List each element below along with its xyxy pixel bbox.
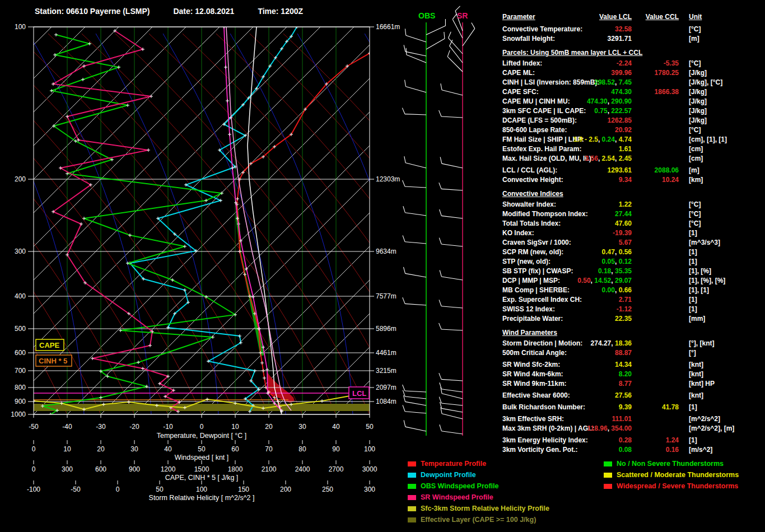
param-value: 274.27 bbox=[591, 339, 612, 347]
param-value: 2.71 bbox=[619, 296, 632, 304]
temperature-tick-label: 10 bbox=[231, 423, 239, 431]
data-point-marker bbox=[50, 89, 53, 92]
table-row: Showalter Index:1.22[°C] bbox=[500, 200, 764, 209]
pressure-tick-label: 900 bbox=[15, 398, 26, 405]
dry-adiabat-line bbox=[0, 34, 34, 414]
param-unit: [°C] bbox=[689, 209, 701, 219]
param-label: CAPE ML: bbox=[502, 68, 535, 78]
sr-column-label: SR bbox=[457, 11, 468, 20]
windspeed-tick-label: 60 bbox=[231, 445, 239, 453]
obs-wind-barb bbox=[426, 39, 445, 49]
table-row: Craven SigSvr / 1000:5.67[m^3/s^3] bbox=[500, 238, 764, 248]
param-value: 0.12 bbox=[619, 258, 632, 265]
param-unit: [J/kg] bbox=[689, 106, 707, 116]
sr-wind-barb bbox=[442, 414, 463, 419]
cape-tick-label: 1200 bbox=[161, 465, 176, 473]
param-unit: [mm] bbox=[689, 314, 705, 324]
param-value: 32.58 bbox=[615, 25, 632, 33]
value-ccl: 1866.38 bbox=[632, 87, 679, 97]
param-value: 7.45 bbox=[619, 78, 632, 86]
table-row: SCP RM (new, old):0.47, 0.56[1] bbox=[500, 248, 764, 257]
value-ccl: 1780.25 bbox=[632, 68, 679, 78]
table-row: 500m Critical Angle:88.87[°] bbox=[500, 348, 764, 358]
sr-wind-barb-feather bbox=[440, 382, 442, 389]
sr-wind-barb-feather bbox=[439, 238, 441, 244]
value-lcl: 118.96, 354.00 bbox=[534, 424, 632, 433]
param-value: 1780.25 bbox=[655, 69, 679, 77]
param-unit: [1], [%], [%] bbox=[689, 276, 725, 286]
windspeed-tick-label: 40 bbox=[164, 445, 172, 453]
table-row: Max. Hail Size (OLD, MU, IL):3.56, 2.54,… bbox=[500, 154, 764, 164]
legend-swatch bbox=[604, 473, 612, 478]
param-unit: [km] bbox=[689, 175, 703, 185]
altitude-label: 3215m bbox=[376, 367, 397, 375]
obs-wind-barb-feather bbox=[405, 80, 406, 87]
obs-wind-barb bbox=[426, 26, 445, 35]
sr-wind-barb bbox=[441, 116, 463, 118]
value-lcl: 14.34 bbox=[534, 360, 632, 370]
table-row: Exp. Supercell Index CH:2.71[1] bbox=[500, 295, 764, 305]
sr-wind-barb-feather bbox=[440, 270, 441, 277]
windspeed-tick-label: 80 bbox=[298, 445, 306, 453]
table-row: 3km Vorticity Gen. Pot.:0.080.16[m/s^2] bbox=[500, 445, 764, 455]
table-row: STP (new, old):0.05, 0.12[1] bbox=[500, 257, 764, 267]
param-value: 474.30 bbox=[611, 88, 632, 96]
obs-wind-barb bbox=[405, 396, 426, 399]
temperature-tick-label: -10 bbox=[163, 423, 173, 431]
obs-wind-barb-feather bbox=[403, 297, 405, 304]
value-lcl: 0.28 bbox=[534, 436, 632, 445]
data-point-marker bbox=[183, 288, 186, 292]
windspeed-tick-label: 0 bbox=[32, 445, 36, 453]
param-value: 27.44 bbox=[615, 210, 632, 218]
param-value: 111.01 bbox=[612, 415, 632, 423]
cape-tick-label: 2400 bbox=[295, 465, 310, 473]
pressure-tick-label: 400 bbox=[15, 292, 26, 300]
dry-adiabat-line bbox=[0, 34, 168, 414]
obs-wind-barb bbox=[405, 402, 426, 405]
param-unit: [m/s^2] bbox=[689, 445, 712, 455]
sr-wind-barb-feather bbox=[439, 110, 441, 116]
value-lcl: 8.77 bbox=[534, 379, 632, 389]
table-row: SR Wind 9km-11km:8.77[knt] HP bbox=[500, 379, 764, 389]
sr-wind-barb bbox=[441, 216, 463, 218]
data-point-marker bbox=[184, 183, 188, 186]
data-point-marker bbox=[54, 33, 58, 36]
obs-wind-barb bbox=[405, 186, 426, 188]
param-value: 118.96 bbox=[587, 424, 608, 432]
value-lcl: 111.01 bbox=[534, 414, 632, 424]
value-lcl: 5.67 bbox=[534, 238, 632, 248]
param-value: 2.54 bbox=[602, 155, 615, 162]
value-lcl: 88.87 bbox=[534, 348, 632, 358]
sr-wind-barb bbox=[463, 29, 475, 46]
param-value: 1.61 bbox=[619, 145, 632, 153]
legend-item: Widespread / Severe Thunderstorms bbox=[604, 480, 739, 492]
table-row: Convective Height:9.3410.24[km] bbox=[500, 175, 764, 185]
value-lcl: -19.39 bbox=[534, 228, 632, 238]
param-value: 20.92 bbox=[615, 126, 632, 134]
table-row: 3km Energy Helicity Index:0.281.24[1] bbox=[500, 436, 764, 445]
data-point-marker bbox=[128, 234, 132, 237]
param-value: 0.66 bbox=[619, 286, 632, 294]
pressure-tick-label: 1000 bbox=[11, 410, 26, 418]
windspeed-tick-label: 20 bbox=[97, 445, 105, 453]
table-row: CINH | LSI (Inversion: 859mB):298.52, 7.… bbox=[500, 78, 764, 87]
dry-adiabat-line bbox=[183, 34, 470, 414]
isotherm-line bbox=[101, 27, 488, 414]
windspeed-tick-label: 10 bbox=[63, 445, 71, 453]
legend-swatch bbox=[604, 461, 612, 466]
param-value: 0.00 bbox=[602, 286, 615, 294]
obs-wind-barb bbox=[405, 427, 426, 431]
data-point-marker bbox=[224, 66, 227, 69]
isotherm-line bbox=[134, 27, 522, 414]
altitude-label: 16661m bbox=[376, 23, 400, 31]
value-lcl: -2.24 bbox=[534, 59, 632, 68]
altitude-label: 9634m bbox=[376, 248, 397, 255]
value-lcl: 0.00, 0.66 bbox=[534, 286, 632, 295]
temperature-tick-label: -30 bbox=[96, 423, 106, 431]
value-ccl: 2088.06 bbox=[632, 166, 679, 175]
pressure-tick-label: 600 bbox=[15, 349, 26, 357]
obs-wind-barb bbox=[407, 55, 426, 63]
table-row: Effective Shear 6000:27.56[knt] bbox=[500, 391, 764, 400]
obs-wind-barb bbox=[405, 304, 426, 305]
param-unit: [1] bbox=[689, 248, 697, 257]
